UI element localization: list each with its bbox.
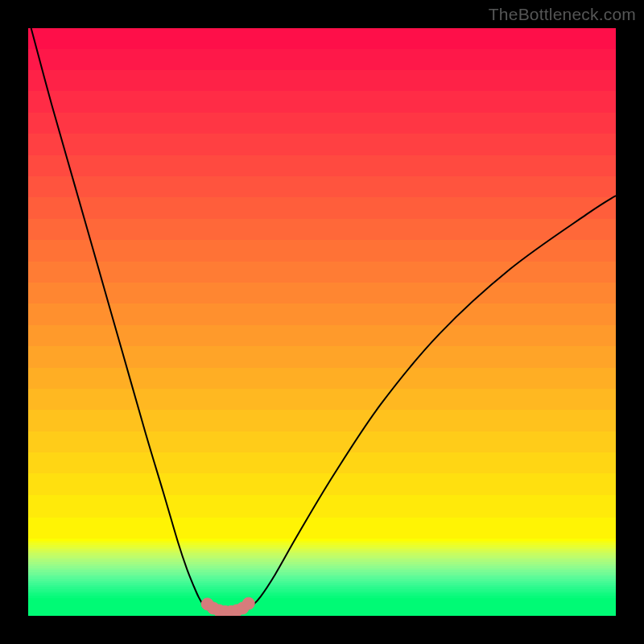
gradient-band — [28, 197, 616, 218]
gradient-band — [28, 368, 616, 389]
gradient-band — [28, 303, 616, 324]
gradient-band — [28, 240, 616, 261]
chart-stage: TheBottleneck.com — [0, 0, 644, 644]
gradient-band — [28, 495, 616, 518]
gradient-band — [28, 176, 616, 197]
gradient-band — [28, 262, 616, 283]
gradient-band — [28, 452, 616, 473]
gradient-band — [28, 155, 616, 176]
gradient-band — [28, 28, 616, 49]
watermark-text: TheBottleneck.com — [489, 5, 636, 24]
gradient-band — [28, 346, 616, 367]
gradient-band — [28, 598, 616, 616]
gradient-background — [28, 28, 616, 616]
gradient-band — [28, 410, 616, 431]
gradient-band — [28, 113, 616, 134]
gradient-band — [28, 325, 616, 346]
gradient-band — [28, 70, 616, 91]
gradient-band — [28, 389, 616, 410]
gradient-band — [28, 283, 616, 303]
gradient-band — [28, 518, 616, 539]
gradient-band — [28, 49, 616, 70]
gradient-band — [28, 134, 616, 155]
plot-area — [28, 28, 616, 616]
gradient-band — [28, 91, 616, 112]
gradient-band — [28, 473, 616, 494]
gradient-band — [28, 431, 616, 452]
gradient-band — [28, 219, 616, 240]
